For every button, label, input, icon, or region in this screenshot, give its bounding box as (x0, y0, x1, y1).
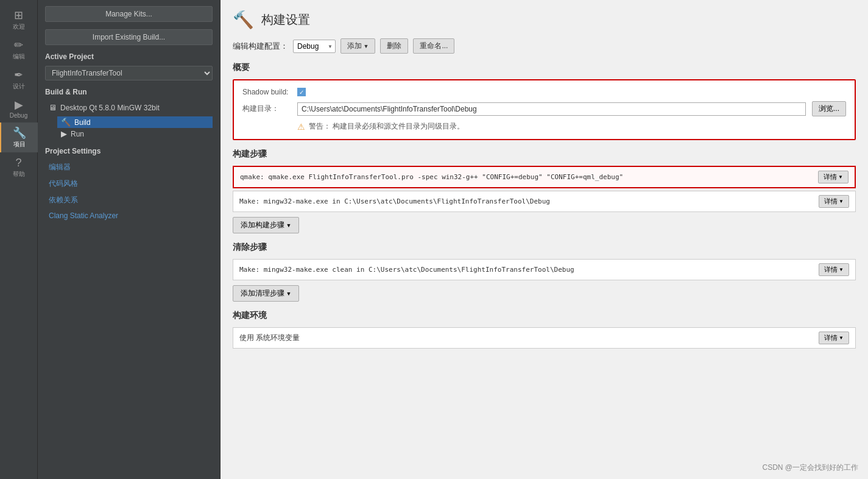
settings-link-deps[interactable]: 依赖关系 (45, 193, 213, 207)
build-env-heading: 构建环境 (233, 310, 856, 321)
hammer-icon: 🔨 (233, 10, 254, 30)
settings-link-editor[interactable]: 编辑器 (45, 160, 213, 174)
browse-button[interactable]: 浏览... (812, 101, 846, 116)
clean-steps-heading: 清除步骤 (233, 242, 856, 253)
run-item[interactable]: ▶ Run (57, 128, 213, 140)
settings-link-clang[interactable]: Clang Static Analyzer (45, 210, 213, 222)
welcome-icon: ⊞ (14, 10, 23, 21)
main-content: 🔨 构建设置 编辑构建配置： Debug 添加 删除 重命名... 概要 Sha… (221, 0, 868, 479)
footer-watermark: CSDN @一定会找到好的工作 (762, 463, 858, 473)
env-row: 使用 系统环境变量 详情 (233, 327, 856, 349)
build-env-section: 构建环境 使用 系统环境变量 详情 (233, 310, 856, 349)
warning-text: 警告： 构建目录必须和源文件目录为同级目录。 (309, 121, 464, 132)
clean-step-details-button[interactable]: 详情 (819, 263, 849, 276)
step1-text: qmake: qmake.exe FlightInfoTransferTool.… (240, 173, 623, 181)
build-steps-heading: 构建步骤 (233, 149, 856, 160)
build-step-1: qmake: qmake.exe FlightInfoTransferTool.… (233, 166, 856, 188)
build-step-2: Make: mingw32-make.exe in C:\Users\atc\D… (233, 191, 856, 212)
sidebar-item-welcome[interactable]: ⊞ 欢迎 (0, 5, 38, 35)
build-icon: 🔨 (61, 118, 71, 127)
project-settings-section: Project Settings 编辑器 代码风格 依赖关系 Clang Sta… (45, 147, 213, 222)
delete-config-button[interactable]: 删除 (380, 38, 408, 54)
step1-details-button[interactable]: 详情 (818, 171, 849, 183)
config-select-wrapper: Debug (293, 40, 336, 53)
shadow-build-checkbox[interactable]: ✓ (297, 88, 306, 96)
sidebar-item-edit[interactable]: ✏ 编辑 (0, 35, 38, 65)
active-project-section: Active Project FlightInfoTransferTool (45, 52, 213, 80)
step2-text: Make: mingw32-make.exe in C:\Users\atc\D… (239, 197, 550, 205)
clean-steps-section: 清除步骤 Make: mingw32-make.exe clean in C:\… (233, 242, 856, 302)
build-steps-section: 构建步骤 qmake: qmake.exe FlightInfoTransfer… (233, 149, 856, 233)
debug-icon: ▶ (15, 99, 23, 110)
edit-icon: ✏ (14, 40, 23, 51)
import-build-button[interactable]: Import Existing Build... (45, 29, 213, 45)
build-dir-row: 构建目录： 浏览... (242, 101, 846, 116)
clean-step-text: Make: mingw32-make.exe clean in C:\Users… (239, 266, 574, 274)
add-config-button[interactable]: 添加 (340, 38, 375, 54)
summary-heading: 概要 (233, 62, 856, 73)
sidebar-item-project[interactable]: 🔧 项目 (0, 122, 38, 152)
warning-row: ⚠ 警告： 构建目录必须和源文件目录为同级目录。 (297, 121, 846, 132)
build-run-label: Build & Run (45, 88, 213, 96)
step2-details-button[interactable]: 详情 (819, 195, 849, 208)
project-select[interactable]: FlightInfoTransferTool (45, 66, 213, 80)
design-icon: ✒ (14, 69, 23, 80)
config-label: 编辑构建配置： (233, 41, 288, 52)
add-build-step-button[interactable]: 添加构建步骤 (233, 217, 299, 233)
help-icon: ? (15, 157, 21, 168)
sidebar-item-debug[interactable]: ▶ Debug (0, 94, 38, 122)
sidebar: Manage Kits... Import Existing Build... … (38, 0, 221, 479)
manage-kits-button[interactable]: Manage Kits... (45, 6, 213, 22)
rename-config-button[interactable]: 重命名... (413, 38, 454, 54)
project-icon: 🔧 (13, 127, 26, 138)
build-item[interactable]: 🔨 Build (57, 116, 213, 128)
shadow-build-row: Shadow build: ✓ (242, 88, 846, 96)
project-select-row: FlightInfoTransferTool (45, 66, 213, 80)
page-header: 🔨 构建设置 (233, 10, 856, 30)
icon-bar: ⊞ 欢迎 ✏ 编辑 ✒ 设计 ▶ Debug 🔧 项目 ? 帮助 (0, 0, 38, 479)
monitor-icon: 🖥 (49, 103, 57, 112)
config-select[interactable]: Debug (293, 40, 336, 53)
shadow-build-label: Shadow build: (242, 88, 291, 96)
desktop-kit-item[interactable]: 🖥 Desktop Qt 5.8.0 MinGW 32bit (45, 101, 213, 114)
env-details-button[interactable]: 详情 (819, 332, 849, 344)
clean-step-1: Make: mingw32-make.exe clean in C:\Users… (233, 259, 856, 280)
project-settings-label: Project Settings (45, 147, 213, 155)
run-icon: ▶ (61, 129, 67, 138)
sidebar-item-design[interactable]: ✒ 设计 (0, 65, 38, 94)
tree-children: 🔨 Build ▶ Run (57, 116, 213, 140)
sidebar-item-help[interactable]: ? 帮助 (0, 152, 38, 182)
env-value: 使用 系统环境变量 (239, 333, 300, 343)
active-project-label: Active Project (45, 52, 213, 61)
warning-icon: ⚠ (297, 122, 305, 132)
build-dir-input[interactable] (297, 102, 806, 116)
build-dir-label: 构建目录： (242, 104, 291, 114)
page-title: 构建设置 (261, 12, 310, 28)
summary-box: Shadow build: ✓ 构建目录： 浏览... ⚠ 警告： 构建目录必须… (233, 79, 856, 140)
build-run-section: Build & Run 🖥 Desktop Qt 5.8.0 MinGW 32b… (45, 88, 213, 140)
settings-link-codestyle[interactable]: 代码风格 (45, 177, 213, 191)
config-bar: 编辑构建配置： Debug 添加 删除 重命名... (233, 38, 856, 54)
add-clean-step-button[interactable]: 添加清理步骤 (233, 285, 299, 302)
